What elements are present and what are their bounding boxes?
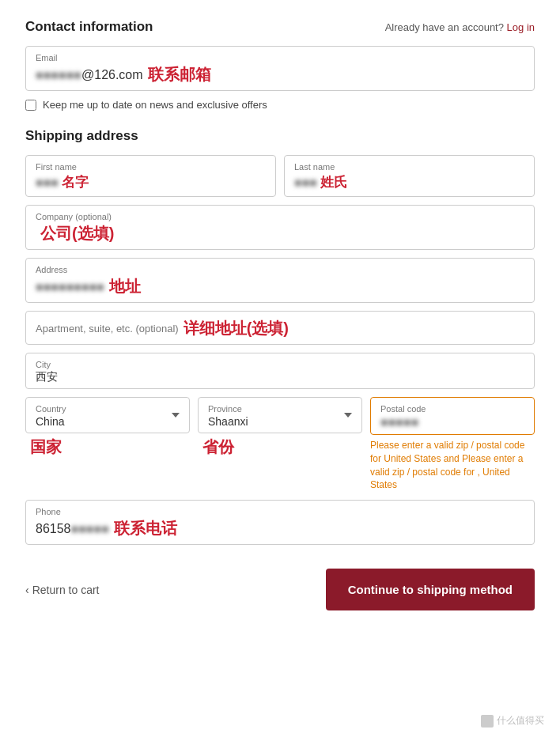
country-annotation: 国家 — [30, 438, 62, 455]
address-wrapper: Address ●●●●●●●●● 地址 — [25, 258, 535, 303]
city-label: City — [36, 360, 524, 369]
email-suffix: @126.com — [81, 68, 143, 82]
postal-label: Postal code — [380, 404, 524, 414]
last-name-wrapper: Last name ●●● 姓氏 — [284, 155, 535, 197]
watermark: 什么值得买 — [481, 714, 544, 728]
watermark-text: 什么值得买 — [497, 714, 544, 728]
email-field-group: Email ●●●●●● @126.com 联系邮箱 — [25, 46, 535, 91]
phone-label: Phone — [36, 507, 524, 516]
newsletter-row: Keep me up to date on news and exclusive… — [25, 99, 535, 111]
company-annotation: 公司(选填) — [40, 223, 114, 244]
city-wrapper: City — [25, 353, 535, 389]
phone-value: 86158 — [36, 522, 71, 536]
last-name-blurred: ●●● — [294, 176, 317, 190]
address-annotation: 地址 — [109, 276, 141, 297]
company-wrapper: Company (optional) 公司(选填) — [25, 205, 535, 250]
continue-button[interactable]: Continue to shipping method — [326, 569, 535, 610]
footer-row: ‹ Return to cart Continue to shipping me… — [25, 569, 535, 610]
last-name-annotation: 姓氏 — [320, 173, 347, 191]
country-group: Country China United States 国家 — [25, 397, 190, 458]
first-name-annotation: 名字 — [62, 173, 89, 191]
contact-title: Contact information — [25, 19, 153, 35]
country-select[interactable]: China United States — [36, 415, 180, 428]
province-annotation: 省份 — [202, 438, 234, 455]
newsletter-checkbox[interactable] — [25, 100, 36, 111]
apt-label: Apartment, suite, etc. (optional) — [36, 323, 179, 334]
email-value-blurred: ●●●●●● — [36, 68, 81, 82]
city-input[interactable] — [36, 371, 524, 384]
last-name-group: Last name ●●● 姓氏 — [284, 155, 535, 197]
phone-blurred: ●●●●● — [71, 522, 109, 536]
apt-annotation: 详细地址(选填) — [184, 318, 289, 339]
watermark-icon — [481, 715, 494, 728]
address-group: Address ●●●●●●●●● 地址 — [25, 258, 535, 303]
return-label: Return to cart — [32, 584, 100, 596]
email-field-wrapper: Email ●●●●●● @126.com 联系邮箱 — [25, 46, 535, 91]
login-link[interactable]: Log in — [507, 21, 535, 33]
apt-group: Apartment, suite, etc. (optional) 详细地址(选… — [25, 311, 535, 345]
company-label: Company (optional) — [36, 212, 524, 221]
name-row: First name ●●● 名字 Last name ●●● 姓氏 — [25, 155, 535, 197]
return-to-cart-link[interactable]: ‹ Return to cart — [25, 584, 100, 596]
apt-wrapper: Apartment, suite, etc. (optional) 详细地址(选… — [25, 311, 535, 345]
postal-error: Please enter a valid zip / postal code f… — [370, 439, 535, 492]
first-name-label: First name — [36, 162, 266, 172]
email-label: Email — [36, 53, 524, 62]
phone-wrapper: Phone 86158 ●●●●● 联系电话 — [25, 500, 535, 545]
address-label: Address — [36, 265, 524, 274]
first-name-blurred: ●●● — [36, 176, 59, 190]
country-label: Country — [36, 404, 180, 414]
company-group: Company (optional) 公司(选填) — [25, 205, 535, 250]
return-chevron-icon: ‹ — [25, 584, 29, 596]
phone-annotation: 联系电话 — [114, 518, 177, 539]
email-annotation: 联系邮箱 — [148, 64, 211, 85]
province-group: Province Shaanxi Beijing 省份 — [198, 397, 362, 458]
province-wrapper: Province Shaanxi Beijing — [198, 397, 362, 433]
account-prompt: Already have an account? Log in — [385, 21, 535, 33]
postal-wrapper: Postal code ●●●●● — [370, 397, 535, 435]
location-row: Country China United States 国家 Province … — [25, 397, 535, 492]
first-name-wrapper: First name ●●● 名字 — [25, 155, 276, 197]
city-group: City — [25, 353, 535, 389]
country-wrapper: Country China United States — [25, 397, 190, 433]
first-name-group: First name ●●● 名字 — [25, 155, 276, 197]
address-blurred: ●●●●●●●●● — [36, 280, 104, 294]
postal-group: Postal code ●●●●● Please enter a valid z… — [370, 397, 535, 492]
province-select[interactable]: Shaanxi Beijing — [208, 415, 352, 428]
shipping-title: Shipping address — [25, 128, 535, 144]
last-name-label: Last name — [294, 162, 524, 172]
contact-header: Contact information Already have an acco… — [25, 19, 535, 35]
province-label: Province — [208, 404, 352, 414]
newsletter-label[interactable]: Keep me up to date on news and exclusive… — [43, 99, 267, 111]
postal-blurred: ●●●●● — [380, 415, 418, 429]
phone-group: Phone 86158 ●●●●● 联系电话 — [25, 500, 535, 545]
